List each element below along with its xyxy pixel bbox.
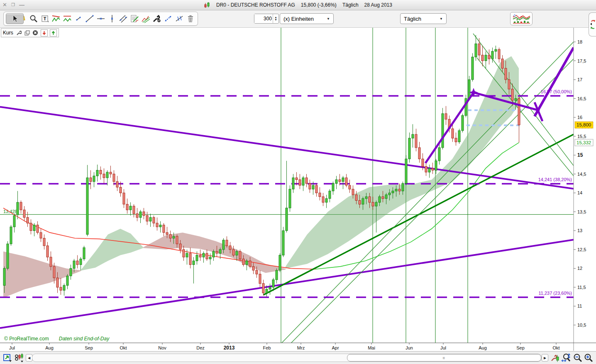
bottom-navigation-bar: ◀ ≡ ▶ bbox=[0, 351, 596, 364]
drawing-tools-group: T bbox=[3, 12, 198, 26]
svg-text:13,5: 13,5 bbox=[577, 209, 586, 214]
zoom-in-icon[interactable] bbox=[584, 353, 594, 363]
svg-text:14,241 (38,20%): 14,241 (38,20%) bbox=[538, 177, 572, 182]
svg-text:15: 15 bbox=[577, 152, 583, 158]
timeframe-select[interactable]: Täglich▼ bbox=[400, 13, 447, 24]
svg-text:16,57 (50,00%): 16,57 (50,00%) bbox=[541, 89, 572, 94]
segment-long-tool-icon[interactable] bbox=[84, 13, 95, 24]
pattern-channel-tool-icon[interactable] bbox=[62, 13, 72, 24]
cursor-tool-icon[interactable] bbox=[6, 13, 24, 24]
svg-text:11: 11 bbox=[577, 303, 582, 308]
svg-text:15,5: 15,5 bbox=[577, 134, 586, 139]
svg-text:18: 18 bbox=[577, 39, 582, 44]
svg-text:16,5: 16,5 bbox=[577, 96, 586, 101]
advanced-tools-tool-icon[interactable] bbox=[151, 13, 162, 24]
export-chart-icon[interactable] bbox=[2, 353, 12, 363]
crossed-line-tool-icon[interactable] bbox=[174, 13, 184, 24]
units-type-select[interactable]: (x) Einheiten▼ bbox=[280, 13, 334, 24]
chevron-down-icon: ▼ bbox=[327, 17, 330, 21]
pane-title: Kurs bbox=[3, 30, 14, 36]
time-scrollbar: ◀ ≡ ▶ bbox=[26, 354, 547, 362]
dashed-segment-tool-icon[interactable] bbox=[163, 13, 173, 24]
move-pane-down-icon[interactable] bbox=[41, 29, 48, 36]
svg-text:Aug: Aug bbox=[479, 345, 487, 350]
horizontal-line-tool-icon[interactable] bbox=[95, 13, 106, 24]
svg-text:Okt: Okt bbox=[552, 345, 559, 350]
purple-support-line[interactable] bbox=[0, 240, 574, 328]
zoom-out-icon[interactable] bbox=[573, 353, 583, 363]
parallel-lines-tool-icon[interactable] bbox=[118, 13, 128, 24]
svg-text:17: 17 bbox=[577, 77, 582, 82]
svg-text:Dez: Dez bbox=[196, 345, 205, 350]
trading-signals-button[interactable] bbox=[510, 12, 532, 25]
svg-text:Mai: Mai bbox=[368, 345, 375, 350]
drawing-toolbar: T ▲▼ (x) Einheiten▼ Täglich▼ bbox=[0, 10, 596, 28]
fibonacci-tool-icon[interactable] bbox=[129, 13, 139, 24]
move-pane-up-icon[interactable] bbox=[50, 29, 57, 36]
close-pane-icon[interactable] bbox=[32, 30, 39, 36]
signals-chart-icon bbox=[512, 14, 530, 24]
refresh-arrows-icon bbox=[590, 18, 596, 31]
chart-display-settings-icon[interactable] bbox=[550, 353, 560, 363]
green-channel-up-1[interactable] bbox=[270, 42, 574, 355]
svg-text:Sep: Sep bbox=[516, 345, 525, 350]
svg-text:16: 16 bbox=[577, 115, 582, 120]
window-title: DR0 - DEUTSCHE ROHSTOFF AG 15,800 (-3,66… bbox=[0, 0, 596, 10]
svg-text:13,428: 13,428 bbox=[3, 209, 17, 214]
prorealtime-window: 13,42816,57 (50,00%)14,241 (38,20%)11,23… bbox=[0, 0, 596, 364]
svg-text:14: 14 bbox=[577, 190, 582, 195]
svg-text:11,5: 11,5 bbox=[577, 285, 586, 290]
units-count-input[interactable] bbox=[254, 14, 273, 23]
svg-text:Jul: Jul bbox=[440, 345, 446, 350]
svg-text:T: T bbox=[43, 16, 46, 21]
svg-text:Jul: Jul bbox=[9, 345, 15, 350]
svg-text:10,5: 10,5 bbox=[577, 323, 586, 328]
svg-text:15,800: 15,800 bbox=[576, 122, 591, 127]
svg-text:2013: 2013 bbox=[224, 345, 235, 351]
wrench-icon[interactable] bbox=[16, 30, 22, 36]
time-axis[interactable]: JulAugSepOktNovDez2013FebMrzAprMaiJunJul… bbox=[0, 343, 596, 351]
duplicate-icon[interactable] bbox=[24, 30, 30, 36]
units-count-field[interactable]: ▲▼ bbox=[254, 14, 279, 24]
last-date: 28 Aug 2013 bbox=[364, 2, 392, 8]
svg-text:13: 13 bbox=[577, 228, 582, 233]
scrollbar-thumb[interactable]: ≡ bbox=[347, 354, 541, 362]
svg-text:15,332: 15,332 bbox=[576, 140, 591, 145]
instrument-name: DR0 - DEUTSCHE ROHSTOFF AG bbox=[216, 2, 295, 8]
scroll-left-button[interactable]: ◀ bbox=[26, 354, 32, 362]
pitchfork-tool-icon[interactable] bbox=[140, 13, 151, 24]
units-spinner[interactable]: ▲▼ bbox=[273, 14, 278, 23]
window-titlebar: ✕ ❐ — DR0 - DEUTSCHE ROHSTOFF AG 15,800 … bbox=[0, 0, 596, 10]
chevron-down-icon: ▼ bbox=[440, 17, 443, 21]
svg-text:12: 12 bbox=[577, 266, 582, 271]
pattern-wedge-tool-icon[interactable] bbox=[51, 13, 61, 24]
price-axis[interactable]: 1817,51716,51615,51514,51413,51312,51211… bbox=[574, 27, 593, 351]
svg-text:Sep: Sep bbox=[85, 345, 93, 350]
colored-moving-average-line bbox=[3, 143, 519, 269]
scroll-right-button[interactable]: ▶ bbox=[542, 354, 548, 362]
svg-text:Mrz: Mrz bbox=[297, 345, 305, 350]
svg-text:Okt: Okt bbox=[120, 345, 127, 350]
side-panel-collapse-tab[interactable] bbox=[589, 12, 596, 36]
zoom-fit-icon[interactable] bbox=[561, 353, 571, 363]
copyright-text: © ProRealTime.com bbox=[4, 336, 49, 342]
vertical-line-tool-icon[interactable] bbox=[107, 13, 117, 24]
ma-value-badge: 15,332 bbox=[575, 139, 593, 146]
candlestick-series bbox=[3, 35, 520, 297]
price-chart: 13,42816,57 (50,00%)14,241 (38,20%)11,23… bbox=[0, 0, 596, 364]
svg-text:Feb: Feb bbox=[263, 345, 271, 350]
text-tool-icon[interactable]: T bbox=[39, 13, 50, 24]
segment-short-tool-icon[interactable] bbox=[73, 13, 83, 24]
link-candles-icon[interactable] bbox=[14, 353, 24, 363]
candlestick-icon bbox=[204, 2, 210, 8]
svg-text:Aug: Aug bbox=[45, 345, 54, 350]
green-channel-up-2[interactable] bbox=[279, 59, 574, 355]
delete-tool-icon[interactable] bbox=[185, 13, 195, 24]
scrollbar-track[interactable]: ≡ bbox=[32, 354, 542, 362]
svg-text:17,5: 17,5 bbox=[577, 58, 586, 63]
svg-text:11,237 (23,60%): 11,237 (23,60%) bbox=[538, 291, 572, 296]
zoom-tool-icon[interactable] bbox=[28, 13, 39, 24]
timeframe-label: Täglich bbox=[342, 2, 359, 8]
svg-text:Jun: Jun bbox=[405, 345, 413, 350]
last-price-change: 15,800 (-3,66%) bbox=[301, 2, 337, 8]
